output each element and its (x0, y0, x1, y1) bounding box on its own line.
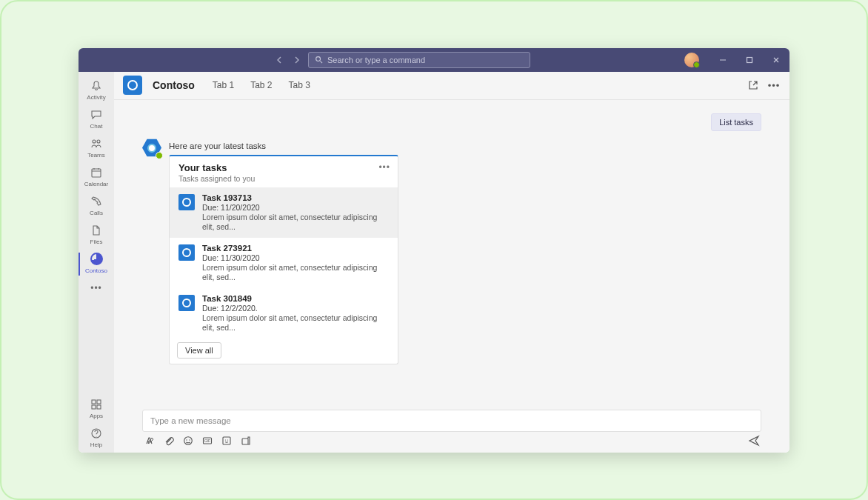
window-minimize-icon[interactable] (710, 48, 736, 72)
window-close-icon[interactable] (763, 48, 789, 72)
apps-icon (90, 398, 103, 411)
svg-point-2 (93, 140, 96, 143)
nav-back-icon[interactable] (273, 53, 287, 67)
svg-rect-5 (92, 400, 96, 404)
rail-item-calls[interactable]: Calls (79, 192, 114, 221)
compose-input[interactable]: Type a new message (142, 410, 761, 432)
rail-item-calendar[interactable]: Calendar (79, 163, 114, 192)
format-icon[interactable] (144, 435, 156, 447)
task-row[interactable]: Task 301849 Due: 12/2/2020. Lorem ipsum … (170, 288, 398, 339)
card-menu-icon[interactable]: ••• (378, 162, 390, 173)
view-all-button[interactable]: View all (177, 342, 221, 359)
main-area: Contoso Tab 1 Tab 2 Tab 3 ••• List tasks (114, 72, 789, 453)
avatar[interactable] (684, 53, 699, 67)
contoso-app-icon (90, 253, 103, 266)
svg-rect-15 (223, 437, 230, 444)
calendar-icon (90, 166, 103, 179)
tab-more-icon[interactable]: ••• (767, 79, 781, 92)
task-icon (178, 244, 195, 261)
attachment-icon[interactable] (163, 435, 175, 447)
svg-rect-8 (97, 405, 101, 409)
task-desc: Lorem ipsum dolor sit amet, consectetur … (202, 263, 389, 282)
rail-item-chat[interactable]: Chat (79, 105, 114, 134)
search-input[interactable]: Search or type a command (308, 52, 530, 68)
sticker-icon[interactable] (221, 435, 233, 447)
popout-icon[interactable] (747, 79, 760, 92)
rail-label: Calendar (84, 181, 108, 187)
svg-point-17 (227, 439, 228, 440)
task-desc: Lorem ipsum dolor sit amet, consectetur … (202, 313, 389, 333)
task-due: Due: 11/20/2020 (202, 203, 389, 212)
task-title: Task 301849 (202, 294, 389, 303)
search-icon (315, 56, 323, 64)
task-due: Due: 12/2/2020. (202, 304, 389, 313)
rail-label: Files (90, 239, 103, 245)
rail-label: Calls (90, 210, 103, 216)
svg-point-16 (225, 439, 226, 440)
svg-point-3 (97, 140, 100, 143)
rail-item-activity[interactable]: Activity (79, 76, 114, 105)
rail-item-help[interactable]: Help (79, 424, 114, 453)
tasks-card: Your tasks Tasks assigned to you ••• Tas… (169, 155, 398, 365)
svg-point-10 (184, 436, 193, 444)
compose-placeholder: Type a new message (150, 416, 231, 425)
task-icon (178, 194, 195, 210)
rail-item-teams[interactable]: Teams (79, 134, 114, 163)
rail-label: Apps (90, 413, 103, 419)
svg-rect-7 (92, 405, 96, 409)
help-icon (90, 427, 103, 440)
svg-point-11 (186, 439, 187, 440)
rail-label: Contoso (85, 267, 107, 274)
task-title: Task 193713 (202, 193, 389, 202)
tab-2[interactable]: Tab 2 (247, 79, 275, 92)
app-logo-icon (123, 76, 142, 95)
rail-label: Activity (87, 94, 105, 101)
nav-forward-icon[interactable] (289, 53, 304, 67)
bot-avatar-icon (142, 139, 161, 158)
bot-intro-text: Here are your latest tasks (169, 139, 398, 155)
app-rail: Activity Chat Teams Calendar Calls Files (79, 72, 114, 453)
titlebar: Search or type a command (79, 48, 789, 72)
task-desc: Lorem ipsum dolor sit amet, consectetur … (202, 213, 389, 232)
svg-rect-6 (97, 400, 101, 404)
teams-icon (90, 137, 103, 150)
send-icon[interactable] (748, 435, 760, 447)
chat-panel: List tasks Here are your latest tasks Yo… (114, 100, 789, 453)
svg-rect-4 (92, 169, 101, 177)
bell-icon (90, 79, 103, 93)
rail-label: Help (90, 441, 102, 448)
window-maximize-icon[interactable] (736, 48, 763, 72)
task-icon (178, 295, 195, 311)
card-title: Your tasks (178, 162, 389, 173)
rail-label: Teams (87, 152, 105, 159)
task-row[interactable]: Task 273921 Due: 11/30/2020 Lorem ipsum … (170, 238, 398, 288)
phone-icon (90, 195, 103, 208)
tab-1[interactable]: Tab 1 (210, 79, 237, 92)
chat-icon (90, 108, 103, 121)
user-message: List tasks (711, 113, 761, 131)
rail-item-files[interactable]: Files (79, 221, 114, 250)
task-title: Task 273921 (202, 244, 389, 253)
emoji-icon[interactable] (182, 435, 194, 447)
rail-item-apps[interactable]: Apps (79, 395, 114, 424)
svg-text:GIF: GIF (204, 439, 210, 443)
app-window: Search or type a command Activity Chat T… (79, 48, 789, 453)
svg-rect-18 (242, 439, 248, 444)
task-due: Due: 11/30/2020 (202, 253, 389, 262)
svg-rect-1 (747, 57, 752, 62)
tab-3[interactable]: Tab 3 (285, 79, 313, 92)
card-subtitle: Tasks assigned to you (178, 174, 389, 183)
more-actions-icon[interactable] (240, 435, 252, 447)
svg-point-12 (189, 439, 190, 440)
rail-label: Chat (90, 123, 103, 130)
file-icon (90, 224, 103, 237)
app-name: Contoso (153, 79, 195, 91)
rail-item-contoso[interactable]: Contoso (79, 250, 114, 279)
gif-icon[interactable]: GIF (201, 435, 213, 447)
search-placeholder: Search or type a command (327, 56, 425, 64)
tab-bar: Contoso Tab 1 Tab 2 Tab 3 ••• (114, 72, 789, 100)
rail-more-icon[interactable]: ••• (90, 279, 102, 298)
svg-point-0 (316, 57, 321, 61)
task-row[interactable]: Task 193713 Due: 11/20/2020 Lorem ipsum … (170, 187, 398, 238)
